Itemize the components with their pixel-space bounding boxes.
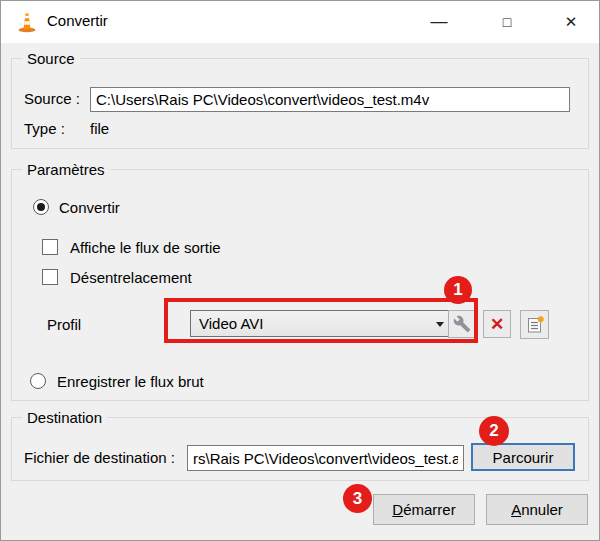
close-icon: ✕ xyxy=(565,13,578,31)
parameters-group: Paramètres Convertir Affiche le flux de … xyxy=(11,169,589,401)
browse-button[interactable]: Parcourir xyxy=(471,443,575,471)
source-group: Source Source : Type : file xyxy=(11,58,589,149)
cancel-button[interactable]: Annuler xyxy=(486,494,588,525)
profile-label: Profil xyxy=(47,316,81,333)
convert-radio[interactable] xyxy=(33,199,49,215)
source-path-input[interactable] xyxy=(90,87,570,112)
minimize-button[interactable]: — xyxy=(417,1,461,43)
raw-stream-radio[interactable] xyxy=(30,373,46,389)
profile-list-icon xyxy=(525,315,545,335)
source-group-title: Source xyxy=(22,50,80,67)
window-title: Convertir xyxy=(47,12,108,29)
raw-stream-radio-label: Enregistrer le flux brut xyxy=(57,373,204,390)
type-value: file xyxy=(90,120,109,137)
type-label: Type : xyxy=(24,120,65,137)
browse-button-label: Parcourir xyxy=(493,449,554,466)
delete-icon: ✕ xyxy=(490,314,504,335)
parameters-group-title: Paramètres xyxy=(22,161,110,178)
annotation-step-2: 2 xyxy=(479,416,509,446)
start-button[interactable]: Démarrer xyxy=(373,494,475,525)
new-profile-button[interactable] xyxy=(520,310,549,339)
destination-file-input[interactable] xyxy=(187,445,464,471)
titlebar: Convertir — □ ✕ xyxy=(1,1,599,43)
annotation-step-1: 1 xyxy=(444,276,472,304)
start-button-label: Démarrer xyxy=(392,501,455,518)
convert-radio-label: Convertir xyxy=(59,199,120,216)
delete-profile-button[interactable]: ✕ xyxy=(483,310,511,338)
destination-group-title: Destination xyxy=(22,409,107,426)
deinterlace-checkbox[interactable] xyxy=(42,269,58,285)
destination-file-label: Fichier de destination : xyxy=(24,449,175,466)
maximize-button[interactable]: □ xyxy=(485,1,529,43)
vlc-cone-icon xyxy=(16,11,38,33)
display-output-checkbox[interactable] xyxy=(42,239,58,255)
cancel-button-label: Annuler xyxy=(511,501,563,518)
convert-dialog: Convertir — □ ✕ Source Source : Type : f… xyxy=(0,0,600,541)
close-button[interactable]: ✕ xyxy=(549,1,593,43)
source-label: Source : xyxy=(24,90,80,107)
annotation-highlight-box xyxy=(164,298,478,343)
minimize-icon: — xyxy=(431,12,448,32)
maximize-icon: □ xyxy=(503,14,511,30)
annotation-step-3: 3 xyxy=(343,484,372,513)
deinterlace-label: Désentrelacement xyxy=(70,269,192,286)
display-output-label: Affiche le flux de sortie xyxy=(70,239,221,256)
